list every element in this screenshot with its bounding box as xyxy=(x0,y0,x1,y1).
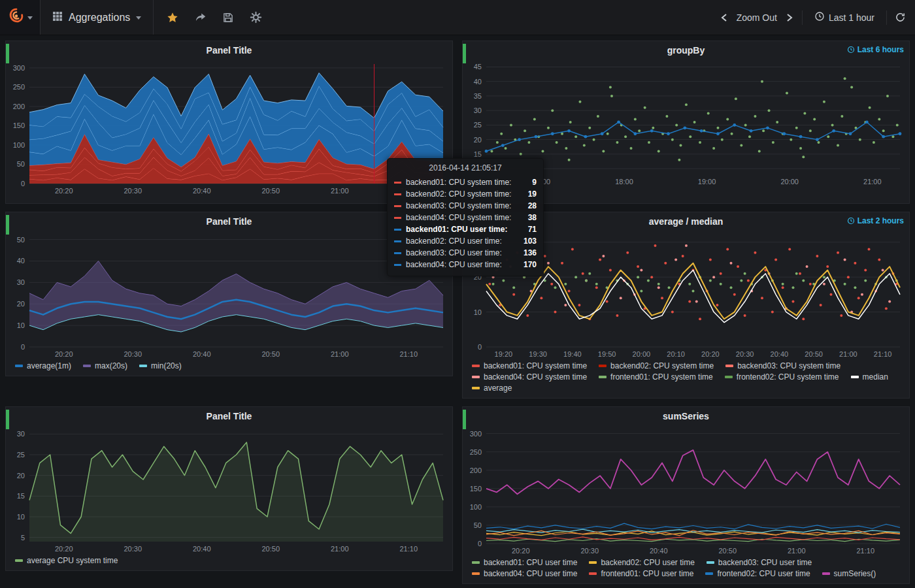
legend-item[interactable]: average xyxy=(472,384,512,393)
legend-item[interactable]: sumSeries() xyxy=(822,569,876,578)
svg-text:250: 250 xyxy=(470,448,482,456)
series-color-icon xyxy=(394,205,401,207)
svg-text:20:30: 20:30 xyxy=(580,547,599,555)
legend-label: frontend01: CPU user time xyxy=(601,569,693,578)
chevron-down-icon xyxy=(136,16,141,20)
series-color-icon xyxy=(394,193,401,195)
legend-label: median xyxy=(863,372,888,382)
svg-text:21:00: 21:00 xyxy=(331,187,349,195)
panel-title[interactable]: Panel Title xyxy=(207,45,252,56)
tooltip-row: backend02: CPU user time:103 xyxy=(394,235,537,247)
dashboard-actions xyxy=(154,0,275,35)
zoom-prev-button[interactable] xyxy=(720,12,729,23)
dashboard-picker[interactable]: Aggregations xyxy=(41,0,154,35)
chevron-down-icon xyxy=(27,16,33,20)
svg-text:25: 25 xyxy=(474,121,482,129)
band-line-chart[interactable]: 0102030405020:2020:3020:4020:5021:0021:1… xyxy=(6,230,452,360)
panel-title[interactable]: Panel Title xyxy=(207,216,252,227)
legend-item[interactable]: backend01: CPU user time xyxy=(472,558,577,567)
zoom-out-button[interactable]: Zoom Out xyxy=(733,8,781,27)
legend-item[interactable]: frontend02: CPU system time xyxy=(725,372,839,382)
svg-text:20:50: 20:50 xyxy=(261,187,280,195)
svg-text:10: 10 xyxy=(17,321,25,329)
svg-text:15: 15 xyxy=(474,150,482,158)
legend-label: backend02: CPU user time xyxy=(601,558,694,567)
legend-color-icon xyxy=(707,561,714,564)
legend-color-icon xyxy=(851,376,859,378)
share-button[interactable] xyxy=(194,11,207,24)
svg-text:20:10: 20:10 xyxy=(667,350,685,358)
svg-text:30: 30 xyxy=(17,430,25,438)
legend-item[interactable]: backend04: CPU user time xyxy=(472,569,577,578)
svg-text:19:20: 19:20 xyxy=(495,350,513,358)
svg-text:20:20: 20:20 xyxy=(55,187,73,195)
dashboards-grid-icon xyxy=(52,11,63,24)
panel-legend: backend01: CPU user timebackend02: CPU u… xyxy=(463,557,909,583)
stacked-area-chart[interactable]: 05010015020025030020:2020:3020:4020:5021… xyxy=(6,59,452,197)
time-range-picker[interactable]: Last 1 hour xyxy=(810,7,878,27)
legend-item[interactable]: backend03: CPU user time xyxy=(707,558,812,567)
svg-text:21:00: 21:00 xyxy=(331,545,349,553)
legend-item[interactable]: backend03: CPU system time xyxy=(725,361,840,370)
legend-item[interactable]: backend04: CPU system time xyxy=(472,372,587,382)
legend-item[interactable]: frontend01: CPU user time xyxy=(589,569,693,578)
legend-label: average CPU system time xyxy=(27,556,118,565)
svg-text:300: 300 xyxy=(470,430,482,438)
svg-text:50: 50 xyxy=(474,521,482,529)
svg-text:21:10: 21:10 xyxy=(874,350,892,358)
legend-color-icon xyxy=(705,572,713,575)
legend-item[interactable]: frontend01: CPU system time xyxy=(599,372,713,382)
svg-text:45: 45 xyxy=(474,63,482,71)
panel-title[interactable]: groupBy xyxy=(667,45,705,56)
legend-color-icon xyxy=(15,365,23,367)
legend-item[interactable]: max(20s) xyxy=(83,361,127,370)
grafana-logo-menu[interactable] xyxy=(0,0,41,35)
svg-text:21:00: 21:00 xyxy=(788,547,806,555)
settings-gear-button[interactable] xyxy=(250,11,262,24)
svg-text:21:00: 21:00 xyxy=(331,350,349,358)
legend-color-icon xyxy=(589,561,597,564)
panel-title[interactable]: sumSeries xyxy=(663,411,709,421)
panel-time-override[interactable]: Last 2 hours xyxy=(847,216,904,225)
refresh-button[interactable] xyxy=(895,12,906,23)
svg-text:19:30: 19:30 xyxy=(529,350,547,358)
svg-text:21:00: 21:00 xyxy=(839,350,857,358)
legend-item[interactable]: frontend02: CPU user time xyxy=(705,569,810,578)
legend-item[interactable]: average CPU system time xyxy=(15,556,118,565)
legend-item[interactable]: backend01: CPU system time xyxy=(472,361,587,370)
legend-label: average(1m) xyxy=(27,361,71,370)
legend-item[interactable]: average(1m) xyxy=(15,361,71,370)
svg-text:30: 30 xyxy=(474,106,482,114)
legend-item[interactable]: backend02: CPU user time xyxy=(589,558,694,567)
svg-text:20: 20 xyxy=(17,472,25,480)
legend-item[interactable]: backend02: CPU system time xyxy=(599,361,714,370)
panel-time-override[interactable]: Last 6 hours xyxy=(847,45,904,54)
panel-title[interactable]: Panel Title xyxy=(207,411,252,421)
legend-label: backend01: CPU user time xyxy=(484,558,577,567)
legend-color-icon xyxy=(472,376,480,378)
panel-legend xyxy=(6,197,452,203)
star-button[interactable] xyxy=(167,12,178,24)
legend-label: max(20s) xyxy=(95,361,127,370)
divider xyxy=(802,10,803,25)
svg-text:20:20: 20:20 xyxy=(512,547,530,555)
zoom-next-button[interactable] xyxy=(785,12,794,23)
svg-text:20:30: 20:30 xyxy=(124,187,142,195)
multi-line-chart[interactable]: 05010015020025030020:2020:3020:4020:5021… xyxy=(463,425,909,557)
line-chart[interactable]: 5101520253020:2020:3020:4020:5021:0021:1… xyxy=(6,425,452,555)
tooltip-row: backend01: CPU system time:9 xyxy=(394,176,537,188)
svg-text:20:40: 20:40 xyxy=(771,350,789,358)
svg-text:10: 10 xyxy=(474,308,482,316)
panel-title[interactable]: average / median xyxy=(649,216,724,227)
divider xyxy=(886,10,887,25)
svg-text:21:00: 21:00 xyxy=(863,178,882,186)
svg-text:21:10: 21:10 xyxy=(399,350,418,358)
legend-label: average xyxy=(484,384,512,393)
tooltip-row: backend03: CPU system time:28 xyxy=(394,200,537,212)
save-button[interactable] xyxy=(222,12,234,24)
legend-item[interactable]: min(20s) xyxy=(139,361,182,370)
svg-text:40: 40 xyxy=(474,78,482,86)
series-color-icon xyxy=(394,264,401,266)
legend-item[interactable]: median xyxy=(851,372,888,382)
dashboard: Panel Title 05010015020025030020:2020:30… xyxy=(0,35,915,588)
